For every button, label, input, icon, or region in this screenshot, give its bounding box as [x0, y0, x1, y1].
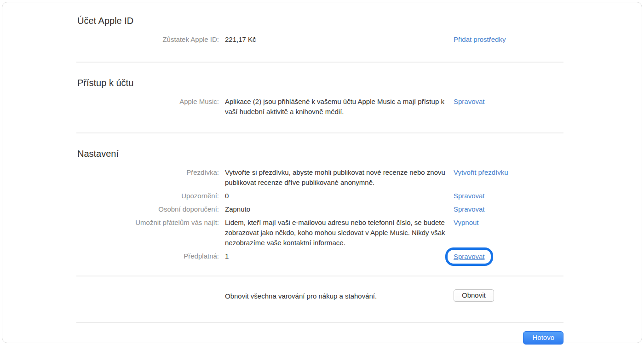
add-funds-link[interactable]: Přidat prostředky — [454, 35, 506, 43]
done-button[interactable]: Hotovo — [523, 331, 564, 345]
manage-apple-music-link[interactable]: Spravovat — [454, 98, 485, 105]
personal-recommendations-row: Osobní doporučení: Zapnuto Spravovat — [76, 204, 564, 214]
nickname-description: Vytvořte si přezdívku, abyste mohli publ… — [225, 167, 454, 188]
notifications-value: 0 — [225, 191, 454, 201]
manage-notifications-link[interactable]: Spravovat — [454, 192, 485, 200]
footer-bar: Hotovo — [76, 323, 564, 345]
find-by-friends-action: Vypnout — [454, 218, 564, 228]
turn-off-find-link[interactable]: Vypnout — [454, 218, 479, 226]
apple-id-balance-action: Přidat prostředky — [454, 34, 564, 45]
create-nickname-link[interactable]: Vytvořit přezdívku — [454, 168, 508, 176]
notifications-action: Spravovat — [454, 191, 564, 201]
nickname-action: Vytvořit přezdívku — [454, 167, 564, 178]
subscriptions-action: Spravovat — [454, 251, 564, 262]
apple-id-balance-row: Zůstatek Apple ID: 221,17 Kč Přidat pros… — [76, 34, 564, 45]
section-settings: Nastavení Přezdívka: Vytvořte si přezdív… — [76, 133, 564, 262]
section-divider — [76, 276, 564, 276]
apple-id-balance-label: Zůstatek Apple ID: — [76, 34, 219, 45]
find-by-friends-row: Umožnit přátelům vás najít: Lidem, kteří… — [76, 218, 564, 248]
apple-id-balance-value: 221,17 Kč — [225, 34, 454, 45]
reset-button[interactable]: Obnovit — [454, 289, 494, 302]
annotation-highlight-ring: Spravovat — [445, 247, 493, 266]
manage-recommendations-link[interactable]: Spravovat — [454, 205, 485, 213]
reset-warnings-row: Obnovit všechna varování pro nákup a sta… — [76, 289, 564, 302]
reset-warnings-text: Obnovit všechna varování pro nákup a sta… — [225, 289, 454, 301]
apple-music-action: Spravovat — [454, 97, 564, 107]
section-title-account-access: Přístup k účtu — [77, 76, 564, 89]
apple-music-access-row: Apple Music: Aplikace (2) jsou přihlášen… — [76, 97, 564, 117]
find-by-friends-label: Umožnit přátelům vás najít: — [76, 218, 219, 228]
reset-warnings-action: Obnovit — [454, 289, 564, 302]
apple-music-label: Apple Music: — [76, 97, 219, 107]
find-by-friends-description: Lidem, kteří mají vaši e-mailovou adresu… — [225, 218, 454, 248]
section-apple-id-account: Účet Apple ID Zůstatek Apple ID: 221,17 … — [76, 2, 564, 45]
personal-recommendations-value: Zapnuto — [225, 204, 454, 214]
notifications-row: Upozornění: 0 Spravovat — [76, 191, 564, 201]
subscriptions-label: Předplatná: — [76, 251, 219, 261]
section-account-access: Přístup k účtu Apple Music: Aplikace (2)… — [76, 63, 564, 117]
subscriptions-value: 1 — [225, 251, 454, 261]
subscriptions-row: Předplatná: 1 Spravovat — [76, 251, 564, 262]
nickname-label: Přezdívka: — [76, 167, 219, 178]
account-settings-content: Účet Apple ID Zůstatek Apple ID: 221,17 … — [76, 2, 564, 343]
notifications-label: Upozornění: — [76, 191, 219, 201]
account-settings-card: Účet Apple ID Zůstatek Apple ID: 221,17 … — [2, 2, 642, 343]
personal-recommendations-label: Osobní doporučení: — [76, 204, 219, 214]
personal-recommendations-action: Spravovat — [454, 204, 564, 214]
manage-subscriptions-link[interactable]: Spravovat — [454, 253, 485, 260]
nickname-row: Přezdívka: Vytvořte si přezdívku, abyste… — [76, 167, 564, 188]
section-title-apple-id-account: Účet Apple ID — [77, 14, 564, 27]
apple-music-description: Aplikace (2) jsou přihlášené k vašemu úč… — [225, 97, 454, 117]
section-title-settings: Nastavení — [77, 147, 564, 160]
